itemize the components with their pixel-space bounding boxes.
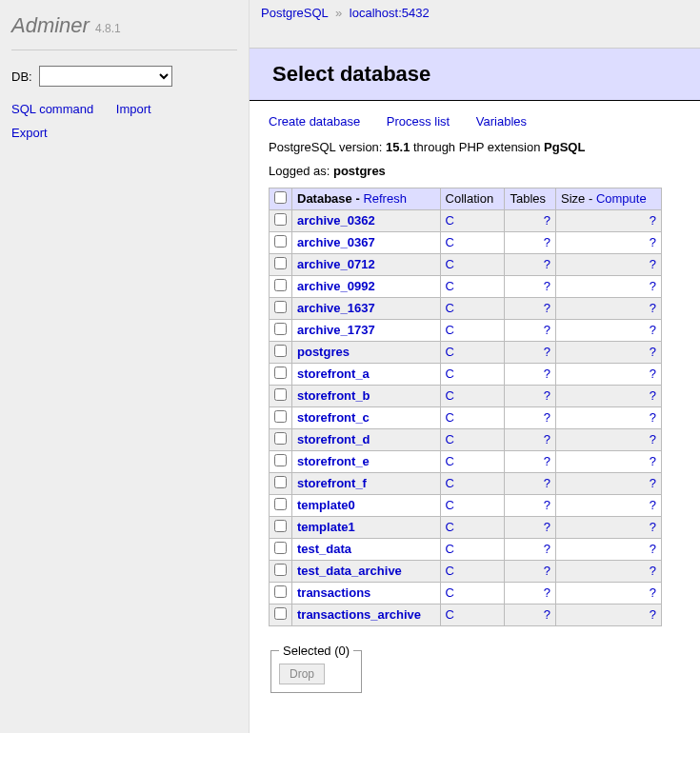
tables-count-link[interactable]: ? (544, 323, 550, 337)
tables-count-link[interactable]: ? (544, 542, 550, 556)
drop-button[interactable]: Drop (279, 664, 325, 684)
collation-link[interactable]: C (446, 498, 454, 512)
size-link[interactable]: ? (650, 345, 656, 359)
row-checkbox[interactable] (274, 345, 287, 357)
tables-count-link[interactable]: ? (544, 257, 550, 271)
row-checkbox[interactable] (274, 607, 287, 620)
tables-count-link[interactable]: ? (544, 235, 550, 249)
row-checkbox[interactable] (274, 564, 287, 576)
row-checkbox[interactable] (274, 235, 287, 248)
row-checkbox[interactable] (274, 257, 287, 269)
database-link[interactable]: archive_0367 (297, 235, 375, 249)
row-checkbox[interactable] (274, 432, 287, 445)
size-link[interactable]: ? (650, 498, 656, 512)
collation-link[interactable]: C (446, 454, 454, 468)
collation-link[interactable]: C (446, 520, 454, 534)
size-link[interactable]: ? (650, 235, 656, 249)
database-link[interactable]: storefront_b (297, 388, 370, 403)
database-link[interactable]: transactions (297, 585, 370, 600)
database-link[interactable]: template0 (297, 498, 355, 512)
collation-link[interactable]: C (446, 388, 454, 403)
tables-count-link[interactable]: ? (544, 476, 550, 490)
size-link[interactable]: ? (650, 520, 656, 534)
database-link[interactable]: template1 (297, 520, 355, 534)
size-link[interactable]: ? (650, 607, 656, 622)
database-link[interactable]: archive_1737 (297, 323, 375, 337)
tables-count-link[interactable]: ? (544, 585, 550, 600)
tables-count-link[interactable]: ? (544, 301, 550, 315)
row-checkbox[interactable] (274, 454, 287, 466)
db-select[interactable] (39, 66, 172, 87)
size-link[interactable]: ? (650, 279, 656, 293)
size-link[interactable]: ? (650, 585, 656, 600)
row-checkbox[interactable] (274, 213, 287, 226)
variables-link[interactable]: Variables (476, 114, 527, 129)
row-checkbox[interactable] (274, 388, 287, 401)
collation-link[interactable]: C (446, 542, 454, 556)
size-link[interactable]: ? (650, 367, 656, 381)
process-list-link[interactable]: Process list (387, 114, 450, 129)
collation-link[interactable]: C (446, 235, 454, 249)
tables-count-link[interactable]: ? (544, 279, 550, 293)
database-link[interactable]: storefront_c (297, 410, 370, 425)
database-link[interactable]: storefront_f (297, 476, 367, 490)
sql-command-link[interactable]: SQL command (11, 102, 93, 116)
database-link[interactable]: storefront_e (297, 454, 370, 468)
collation-link[interactable]: C (446, 410, 454, 425)
size-link[interactable]: ? (650, 454, 656, 468)
tables-count-link[interactable]: ? (544, 432, 550, 446)
collation-link[interactable]: C (446, 301, 454, 315)
refresh-link[interactable]: Refresh (363, 191, 407, 206)
tables-count-link[interactable]: ? (544, 564, 550, 578)
database-link[interactable]: test_data (297, 542, 351, 556)
row-checkbox[interactable] (274, 520, 287, 532)
collation-link[interactable]: C (446, 607, 454, 622)
row-checkbox[interactable] (274, 498, 287, 510)
collation-link[interactable]: C (446, 432, 454, 446)
collation-link[interactable]: C (446, 476, 454, 490)
import-link[interactable]: Import (116, 102, 151, 116)
tables-count-link[interactable]: ? (544, 607, 550, 622)
size-link[interactable]: ? (650, 301, 656, 315)
row-checkbox[interactable] (274, 410, 287, 423)
breadcrumb-server[interactable]: localhost:5432 (350, 6, 430, 20)
database-link[interactable]: transactions_archive (297, 607, 421, 622)
tables-count-link[interactable]: ? (544, 454, 550, 468)
row-checkbox[interactable] (274, 585, 287, 598)
tables-count-link[interactable]: ? (544, 345, 550, 359)
tables-count-link[interactable]: ? (544, 388, 550, 403)
database-link[interactable]: postgres (297, 345, 350, 359)
select-all-checkbox[interactable] (274, 191, 287, 204)
database-link[interactable]: archive_0992 (297, 279, 375, 293)
tables-count-link[interactable]: ? (544, 498, 550, 512)
database-link[interactable]: storefront_d (297, 432, 370, 446)
tables-count-link[interactable]: ? (544, 410, 550, 425)
row-checkbox[interactable] (274, 476, 287, 488)
row-checkbox[interactable] (274, 542, 287, 554)
size-link[interactable]: ? (650, 476, 656, 490)
collation-link[interactable]: C (446, 585, 454, 600)
size-link[interactable]: ? (650, 323, 656, 337)
collation-link[interactable]: C (446, 213, 454, 228)
row-checkbox[interactable] (274, 301, 287, 313)
tables-count-link[interactable]: ? (544, 213, 550, 228)
collation-link[interactable]: C (446, 367, 454, 381)
row-checkbox[interactable] (274, 279, 287, 291)
size-link[interactable]: ? (650, 388, 656, 403)
size-link[interactable]: ? (650, 213, 656, 228)
size-link[interactable]: ? (650, 432, 656, 446)
database-link[interactable]: archive_0712 (297, 257, 375, 271)
size-link[interactable]: ? (650, 257, 656, 271)
compute-link[interactable]: Compute (596, 191, 647, 206)
database-link[interactable]: archive_1637 (297, 301, 375, 315)
collation-link[interactable]: C (446, 323, 454, 337)
export-link[interactable]: Export (11, 126, 48, 140)
tables-count-link[interactable]: ? (544, 520, 550, 534)
create-database-link[interactable]: Create database (269, 114, 360, 129)
collation-link[interactable]: C (446, 564, 454, 578)
tables-count-link[interactable]: ? (544, 367, 550, 381)
row-checkbox[interactable] (274, 323, 287, 335)
size-link[interactable]: ? (650, 542, 656, 556)
collation-link[interactable]: C (446, 279, 454, 293)
size-link[interactable]: ? (650, 410, 656, 425)
